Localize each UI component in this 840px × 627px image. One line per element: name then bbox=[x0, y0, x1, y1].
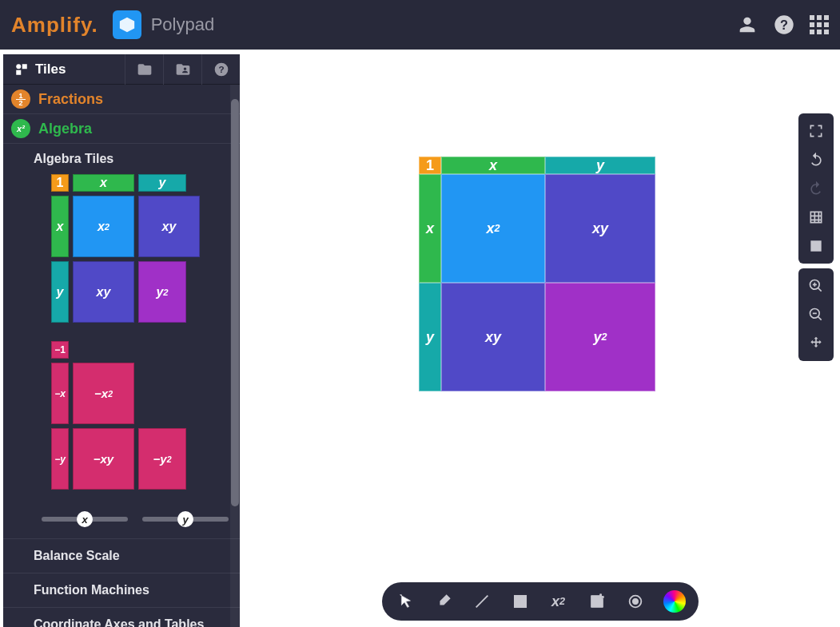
app-header: Amplify. Polypad ? bbox=[0, 0, 840, 50]
sidebar: Tiles ? 12 Fractions x² Algebra Algebra … bbox=[3, 54, 240, 627]
redo-button[interactable] bbox=[802, 174, 830, 203]
canvas-tile-y-vertical[interactable]: y bbox=[419, 283, 441, 391]
canvas-tile-1[interactable]: 1 bbox=[419, 157, 441, 174]
svg-rect-4 bbox=[16, 69, 21, 74]
help-sidebar-icon[interactable]: ? bbox=[201, 54, 240, 85]
canvas-tile-xy[interactable]: xy bbox=[545, 174, 655, 283]
image-button[interactable] bbox=[802, 232, 830, 260]
equation-tool[interactable]: x2 bbox=[548, 591, 569, 612]
tile-neg-xy[interactable]: −xy bbox=[73, 428, 134, 490]
help-icon[interactable]: ? bbox=[773, 14, 795, 36]
tile-neg-x-squared[interactable]: −x2 bbox=[73, 363, 134, 424]
svg-line-9 bbox=[476, 596, 488, 608]
eyedropper-tool[interactable] bbox=[433, 591, 454, 612]
app-title: Polypad bbox=[151, 14, 215, 35]
zoom-in-button[interactable] bbox=[802, 272, 830, 300]
sidebar-header: Tiles ? bbox=[3, 54, 240, 85]
add-image-tool[interactable] bbox=[587, 591, 607, 612]
fractions-icon: 12 bbox=[11, 89, 30, 109]
tile-x-squared[interactable]: x2 bbox=[73, 196, 134, 257]
pointer-tool[interactable] bbox=[395, 591, 416, 612]
tile-neg-1[interactable]: −1 bbox=[51, 341, 69, 359]
tile-y-squared[interactable]: y2 bbox=[138, 261, 186, 323]
canvas-tile-x[interactable]: x bbox=[441, 157, 545, 174]
svg-text:?: ? bbox=[218, 64, 224, 74]
svg-text:T: T bbox=[517, 597, 523, 607]
category-fractions[interactable]: 12 Fractions bbox=[3, 85, 240, 114]
tile-x[interactable]: x bbox=[73, 174, 134, 192]
fullscreen-button[interactable] bbox=[802, 117, 830, 145]
bottom-toolbar: T x2 bbox=[382, 582, 699, 621]
canvas-tile-y-squared[interactable]: y2 bbox=[545, 283, 655, 391]
color-picker[interactable] bbox=[663, 590, 686, 613]
tiles-tab[interactable]: Tiles bbox=[3, 54, 77, 84]
algebra-icon: x² bbox=[11, 119, 30, 138]
svg-point-2 bbox=[16, 64, 21, 69]
submenu-balance-scale[interactable]: Balance Scale bbox=[3, 538, 240, 573]
algebra-tiles-palette: 1 x y x x2 xy y xy y2 −1 −x −x2 bbox=[3, 174, 240, 500]
tile-neg-x-vertical[interactable]: −x bbox=[51, 363, 69, 424]
brand-logo: Amplify. bbox=[11, 13, 98, 38]
grid-button[interactable] bbox=[802, 203, 830, 232]
canvas-tile-x-vertical[interactable]: x bbox=[419, 174, 441, 283]
tile-neg-y-squared[interactable]: −y2 bbox=[138, 428, 186, 490]
move-button[interactable] bbox=[802, 329, 830, 358]
canvas-tile-y[interactable]: y bbox=[545, 157, 655, 174]
line-tool[interactable] bbox=[472, 591, 492, 612]
text-tool[interactable]: T bbox=[510, 591, 531, 612]
apps-menu-icon[interactable] bbox=[810, 15, 829, 34]
slider-y[interactable]: y bbox=[142, 511, 229, 527]
tile-xy-2[interactable]: xy bbox=[73, 261, 134, 323]
canvas-tile-xy-2[interactable]: xy bbox=[441, 283, 545, 391]
canvas-tile-arrangement: 1 x y x x2 xy y xy y2 bbox=[419, 157, 655, 391]
subsection-algebra-tiles: Algebra Tiles bbox=[3, 144, 240, 174]
tile-y[interactable]: y bbox=[138, 174, 186, 192]
sidebar-scrollbar[interactable] bbox=[230, 85, 240, 627]
tile-1[interactable]: 1 bbox=[51, 174, 69, 192]
tile-neg-y-vertical[interactable]: −y bbox=[51, 428, 69, 490]
undo-button[interactable] bbox=[802, 145, 830, 174]
tile-y-vertical[interactable]: y bbox=[51, 261, 69, 323]
sidebar-body: 12 Fractions x² Algebra Algebra Tiles 1 … bbox=[3, 85, 240, 627]
svg-point-13 bbox=[632, 598, 638, 604]
tile-xy[interactable]: xy bbox=[138, 196, 200, 257]
folder-shared-icon[interactable] bbox=[163, 54, 201, 85]
svg-text:?: ? bbox=[780, 18, 788, 32]
tile-x-vertical[interactable]: x bbox=[51, 196, 69, 257]
user-icon[interactable] bbox=[736, 14, 758, 36]
slider-x[interactable]: x bbox=[42, 511, 128, 527]
zoom-out-button[interactable] bbox=[802, 300, 830, 329]
category-algebra[interactable]: x² Algebra bbox=[3, 114, 240, 144]
canvas-tile-x-squared[interactable]: x2 bbox=[441, 174, 545, 283]
canvas[interactable]: 1 x y x x2 xy y xy y2 bbox=[241, 54, 838, 627]
shape-tool[interactable] bbox=[625, 591, 646, 612]
svg-rect-3 bbox=[22, 64, 27, 69]
polypad-cube-icon[interactable] bbox=[113, 10, 141, 39]
right-toolbar bbox=[798, 113, 834, 361]
submenu-function-machines[interactable]: Function Machines bbox=[3, 573, 240, 607]
submenu-coordinate-axes[interactable]: Coordinate Axes and Tables bbox=[3, 607, 240, 627]
folder-icon[interactable] bbox=[125, 54, 163, 85]
